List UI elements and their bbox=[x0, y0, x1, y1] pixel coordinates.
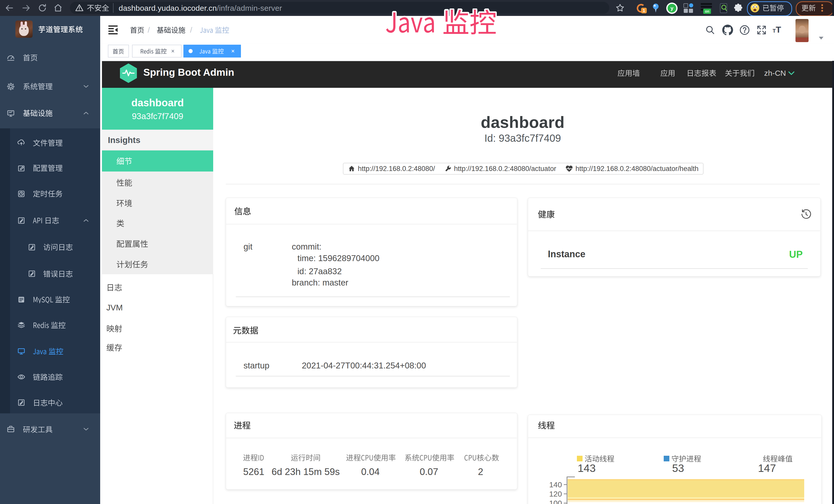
svg-text:y: y bbox=[671, 5, 674, 11]
svg-text:on: on bbox=[705, 9, 709, 13]
svg-text:1: 1 bbox=[643, 8, 645, 13]
